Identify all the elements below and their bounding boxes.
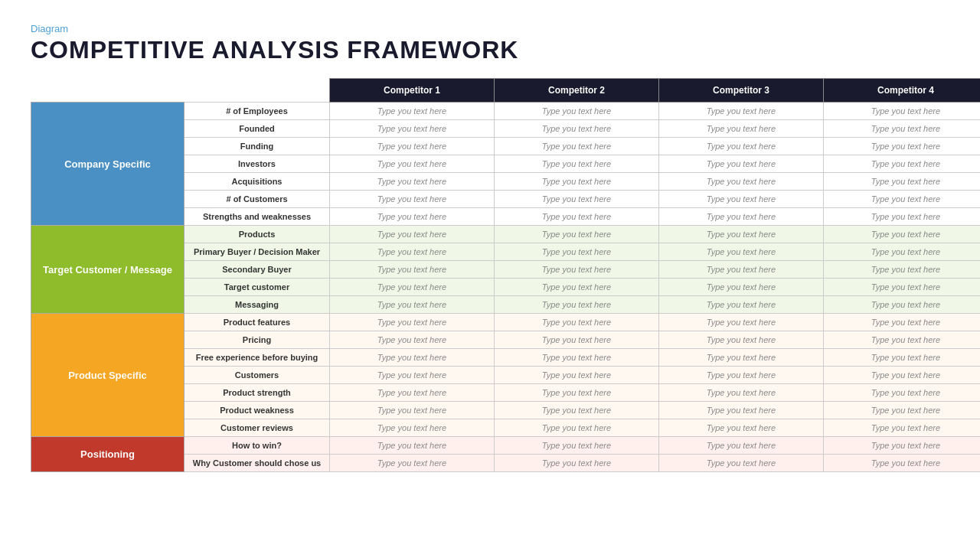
value-cell[interactable]: Type you text here [659,173,824,191]
value-cell[interactable]: Type you text here [495,120,659,138]
value-cell[interactable]: Type you text here [824,120,981,138]
value-cell[interactable]: Type you text here [330,314,495,331]
value-cell[interactable]: Type you text here [824,367,981,384]
value-cell[interactable]: Type you text here [495,279,659,296]
value-cell[interactable]: Type you text here [824,279,981,296]
value-cell[interactable]: Type you text here [824,261,981,279]
table-row: PositioningHow to win?Type you text here… [31,437,981,455]
value-cell[interactable]: Type you text here [824,314,981,331]
value-cell[interactable]: Type you text here [330,367,495,384]
value-cell[interactable]: Type you text here [495,314,659,331]
value-cell[interactable]: Type you text here [659,331,824,349]
value-cell[interactable]: Type you text here [659,138,824,155]
value-cell[interactable]: Type you text here [659,261,824,279]
category-company-specific: Company Specific [31,103,185,226]
value-cell[interactable]: Type you text here [659,155,824,173]
value-cell[interactable]: Type you text here [495,455,659,472]
value-cell[interactable]: Type you text here [495,138,659,155]
value-cell[interactable]: Type you text here [824,331,981,349]
value-cell[interactable]: Type you text here [824,349,981,367]
value-cell[interactable]: Type you text here [824,208,981,226]
value-cell[interactable]: Type you text here [659,296,824,314]
value-cell[interactable]: Type you text here [330,208,495,226]
value-cell[interactable]: Type you text here [495,173,659,191]
value-cell[interactable]: Type you text here [659,455,824,472]
table-container: Competitor 1Competitor 2Competitor 3Comp… [31,78,949,472]
value-cell[interactable]: Type you text here [330,191,495,208]
value-cell[interactable]: Type you text here [659,120,824,138]
row-label: Pricing [185,331,330,349]
value-cell[interactable]: Type you text here [495,419,659,437]
value-cell[interactable]: Type you text here [330,138,495,155]
value-cell[interactable]: Type you text here [495,103,659,120]
value-cell[interactable]: Type you text here [824,243,981,261]
category-positioning: Positioning [31,437,185,472]
header-competitor2: Competitor 2 [495,79,659,103]
value-cell[interactable]: Type you text here [495,367,659,384]
value-cell[interactable]: Type you text here [495,155,659,173]
value-cell[interactable]: Type you text here [330,349,495,367]
table-row: Target Customer / MessageProductsType yo… [31,226,981,243]
value-cell[interactable]: Type you text here [330,331,495,349]
value-cell[interactable]: Type you text here [824,138,981,155]
value-cell[interactable]: Type you text here [824,103,981,120]
value-cell[interactable]: Type you text here [495,384,659,402]
header-competitor3: Competitor 3 [659,79,824,103]
value-cell[interactable]: Type you text here [824,384,981,402]
value-cell[interactable]: Type you text here [659,419,824,437]
row-label: Customer reviews [185,419,330,437]
row-label: Target customer [185,279,330,296]
value-cell[interactable]: Type you text here [659,314,824,331]
value-cell[interactable]: Type you text here [330,155,495,173]
value-cell[interactable]: Type you text here [824,173,981,191]
value-cell[interactable]: Type you text here [659,103,824,120]
value-cell[interactable]: Type you text here [330,419,495,437]
value-cell[interactable]: Type you text here [330,120,495,138]
value-cell[interactable]: Type you text here [659,191,824,208]
value-cell[interactable]: Type you text here [330,243,495,261]
value-cell[interactable]: Type you text here [659,243,824,261]
value-cell[interactable]: Type you text here [330,279,495,296]
value-cell[interactable]: Type you text here [495,243,659,261]
value-cell[interactable]: Type you text here [330,296,495,314]
value-cell[interactable]: Type you text here [330,261,495,279]
value-cell[interactable]: Type you text here [495,402,659,419]
value-cell[interactable]: Type you text here [330,173,495,191]
value-cell[interactable]: Type you text here [824,437,981,455]
value-cell[interactable]: Type you text here [495,226,659,243]
value-cell[interactable]: Type you text here [824,191,981,208]
value-cell[interactable]: Type you text here [330,103,495,120]
value-cell[interactable]: Type you text here [824,419,981,437]
header-competitor1: Competitor 1 [330,79,495,103]
value-cell[interactable]: Type you text here [495,208,659,226]
value-cell[interactable]: Type you text here [824,155,981,173]
row-label: Funding [185,138,330,155]
header-competitor4: Competitor 4 [824,79,981,103]
value-cell[interactable]: Type you text here [824,226,981,243]
value-cell[interactable]: Type you text here [495,296,659,314]
row-label: Founded [185,120,330,138]
value-cell[interactable]: Type you text here [659,367,824,384]
row-label: Acquisitions [185,173,330,191]
value-cell[interactable]: Type you text here [330,437,495,455]
value-cell[interactable]: Type you text here [330,455,495,472]
value-cell[interactable]: Type you text here [495,261,659,279]
value-cell[interactable]: Type you text here [824,402,981,419]
value-cell[interactable]: Type you text here [330,402,495,419]
value-cell[interactable]: Type you text here [495,349,659,367]
value-cell[interactable]: Type you text here [659,226,824,243]
value-cell[interactable]: Type you text here [495,191,659,208]
value-cell[interactable]: Type you text here [659,208,824,226]
value-cell[interactable]: Type you text here [659,349,824,367]
value-cell[interactable]: Type you text here [659,437,824,455]
value-cell[interactable]: Type you text here [824,296,981,314]
value-cell[interactable]: Type you text here [330,384,495,402]
value-cell[interactable]: Type you text here [659,402,824,419]
value-cell[interactable]: Type you text here [824,455,981,472]
value-cell[interactable]: Type you text here [659,279,824,296]
table-row: Product SpecificProduct featuresType you… [31,314,981,331]
value-cell[interactable]: Type you text here [330,226,495,243]
value-cell[interactable]: Type you text here [495,331,659,349]
value-cell[interactable]: Type you text here [495,437,659,455]
value-cell[interactable]: Type you text here [659,384,824,402]
